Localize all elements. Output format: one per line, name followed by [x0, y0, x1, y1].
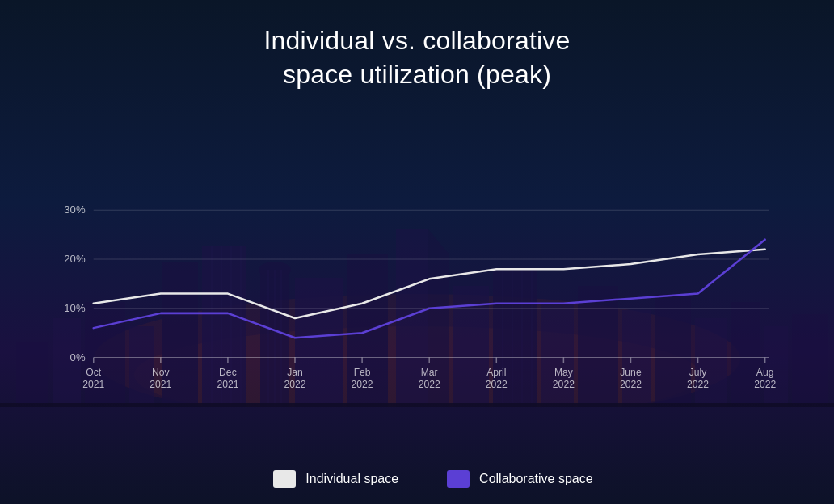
svg-text:2021: 2021	[82, 379, 104, 390]
svg-text:2021: 2021	[217, 379, 238, 390]
svg-text:2022: 2022	[284, 379, 305, 390]
svg-text:Nov: Nov	[152, 367, 171, 378]
svg-text:2022: 2022	[419, 379, 440, 390]
svg-text:10%: 10%	[64, 302, 86, 314]
svg-text:Jan: Jan	[287, 367, 303, 378]
svg-text:Feb: Feb	[354, 367, 371, 378]
svg-text:2022: 2022	[687, 379, 709, 390]
collaborative-color-swatch	[447, 470, 470, 488]
svg-text:20%: 20%	[64, 253, 86, 265]
svg-text:2022: 2022	[754, 379, 776, 390]
svg-text:June: June	[620, 367, 642, 378]
svg-text:July: July	[689, 367, 708, 378]
svg-text:2022: 2022	[553, 379, 575, 390]
legend-individual: Individual space	[273, 470, 398, 488]
svg-text:2021: 2021	[150, 379, 171, 390]
collaborative-line	[94, 240, 765, 338]
svg-text:Mar: Mar	[421, 367, 438, 378]
chart-legend: Individual space Collaborative space	[241, 470, 592, 488]
svg-text:Oct: Oct	[86, 367, 102, 378]
legend-collaborative: Collaborative space	[447, 470, 593, 488]
chart-svg: 30% 20% 10% 0% Oct 2021 Nov 2021	[48, 107, 786, 460]
svg-text:Dec: Dec	[219, 367, 237, 378]
collaborative-label: Collaborative space	[479, 472, 593, 486]
svg-text:Aug: Aug	[756, 367, 774, 378]
svg-text:2022: 2022	[486, 379, 508, 390]
svg-text:April: April	[486, 367, 506, 378]
svg-text:May: May	[554, 367, 574, 378]
svg-text:30%: 30%	[64, 204, 86, 216]
chart-title: Individual vs. collaborative space utili…	[263, 24, 570, 91]
individual-label: Individual space	[305, 472, 398, 486]
svg-text:2022: 2022	[352, 379, 373, 390]
chart-area: 30% 20% 10% 0% Oct 2021 Nov 2021	[48, 107, 786, 460]
main-content: Individual vs. collaborative space utili…	[0, 0, 834, 504]
svg-text:2022: 2022	[620, 379, 642, 390]
individual-color-swatch	[273, 470, 296, 488]
svg-text:0%: 0%	[70, 351, 86, 363]
